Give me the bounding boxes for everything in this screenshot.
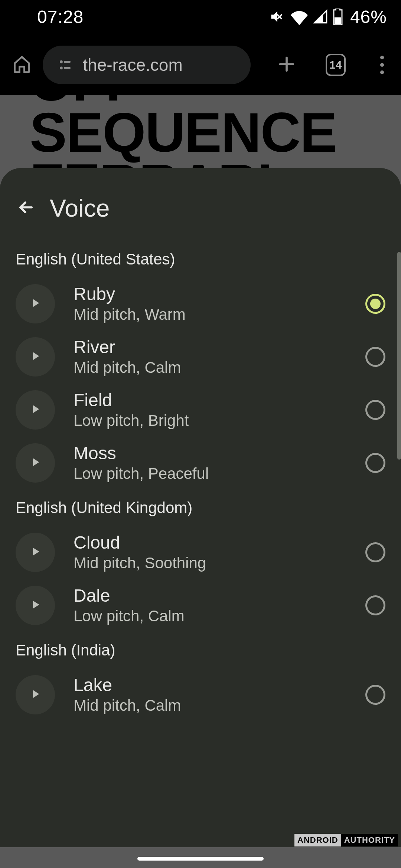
voice-name: Field [74,390,347,410]
play-preview-button[interactable] [16,284,55,323]
watermark: ANDROID AUTHORITY [294,834,398,846]
play-preview-button[interactable] [16,443,55,483]
locale-section-label: English (India) [0,632,401,668]
voice-sheet: Voice English (United States)RubyMid pit… [0,168,401,847]
status-icons: 46% [269,7,387,27]
play-icon [29,598,42,613]
voice-info: CloudMid pitch, Soothing [74,532,347,572]
watermark-left: ANDROID [294,834,341,846]
mute-icon [269,9,286,25]
voice-description: Mid pitch, Calm [74,359,347,377]
voice-description: Low pitch, Calm [74,607,347,625]
wifi-icon [291,8,308,25]
voice-description: Mid pitch, Warm [74,306,347,323]
gesture-nav-handle[interactable] [137,857,264,861]
play-icon [29,545,42,560]
status-bar: 07:28 46% [0,0,401,33]
play-icon [29,296,42,311]
more-vert-icon [380,56,384,59]
voice-info: MossLow pitch, Peaceful [74,443,347,483]
svg-rect-4 [64,67,71,69]
locale-section-label: English (United Kingdom) [0,489,401,526]
voice-name: River [74,337,347,357]
voice-radio[interactable] [365,294,385,314]
voice-radio[interactable] [365,453,385,473]
battery-icon [333,9,343,25]
voice-name: Moss [74,443,347,463]
overflow-menu-button[interactable] [374,53,390,77]
voice-radio[interactable] [365,542,385,562]
svg-rect-2 [64,61,71,63]
voice-info: FieldLow pitch, Bright [74,390,347,430]
play-icon [29,687,42,702]
voice-name: Dale [74,585,347,606]
voice-name: Ruby [74,284,347,304]
sheet-title: Voice [50,194,110,222]
voice-name: Lake [74,675,347,695]
plus-icon [277,55,296,75]
voice-name: Cloud [74,532,347,553]
voice-radio[interactable] [365,400,385,420]
scrollbar[interactable] [397,252,401,460]
address-bar[interactable]: the-race.com [43,46,251,84]
battery-percent: 46% [350,7,387,27]
signal-icon [313,9,328,24]
url-text: the-race.com [83,55,182,75]
voice-option-row[interactable]: FieldLow pitch, Bright [0,383,401,436]
status-time: 07:28 [37,7,84,27]
browser-toolbar: the-race.com 14 [0,41,401,89]
voice-option-row[interactable]: CloudMid pitch, Soothing [0,526,401,579]
svg-rect-0 [335,17,341,24]
play-preview-button[interactable] [16,586,55,625]
voice-description: Mid pitch, Calm [74,697,347,714]
play-preview-button[interactable] [16,675,55,714]
voice-info: RubyMid pitch, Warm [74,284,347,323]
voice-info: DaleLow pitch, Calm [74,585,347,625]
voice-description: Low pitch, Peaceful [74,465,347,483]
voice-option-row[interactable]: DaleLow pitch, Calm [0,579,401,632]
play-preview-button[interactable] [16,390,55,430]
voice-radio[interactable] [365,347,385,367]
voice-info: RiverMid pitch, Calm [74,337,347,377]
svg-point-1 [60,60,63,63]
watermark-right: AUTHORITY [341,834,398,846]
voice-radio[interactable] [365,685,385,705]
voice-info: LakeMid pitch, Calm [74,675,347,714]
play-icon [29,349,42,364]
voice-option-row[interactable]: LakeMid pitch, Calm [0,668,401,721]
play-preview-button[interactable] [16,337,55,377]
tab-switcher-button[interactable]: 14 [326,54,346,76]
voice-description: Mid pitch, Soothing [74,554,347,572]
site-settings-icon [58,57,72,72]
voice-option-row[interactable]: RubyMid pitch, Warm [0,277,401,330]
play-icon [29,402,42,417]
play-preview-button[interactable] [16,533,55,572]
voice-description: Low pitch, Bright [74,412,347,430]
play-icon [29,456,42,470]
voice-option-row[interactable]: MossLow pitch, Peaceful [0,436,401,489]
tab-count: 14 [329,59,342,71]
arrow-left-icon [16,198,36,218]
voice-option-row[interactable]: RiverMid pitch, Calm [0,330,401,383]
home-icon [12,55,32,75]
svg-point-3 [60,67,63,70]
home-button[interactable] [11,53,32,77]
voice-radio[interactable] [365,595,385,615]
back-button[interactable] [16,198,36,218]
locale-section-label: English (United States) [0,241,401,277]
new-tab-button[interactable] [276,53,297,77]
